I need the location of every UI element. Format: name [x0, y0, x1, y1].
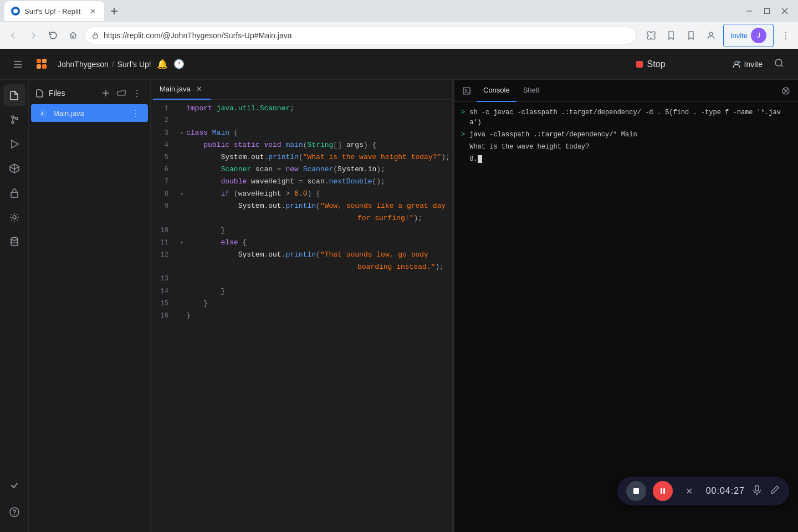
editor-tab-main-java[interactable]: Main.java ✕ — [153, 80, 211, 100]
console-text-1: sh -c javac -classpath .:target/dependen… — [469, 108, 791, 127]
invite-button[interactable]: Invite — [732, 60, 763, 69]
home-button[interactable] — [64, 27, 82, 44]
console-tabs-bar: Console Shell — [454, 80, 798, 102]
sidebar-item-database[interactable] — [3, 231, 25, 253]
code-line-1: 1 import java.util.Scanner; — [151, 104, 452, 116]
url-text: https://replit.com/@JohnThygeson/Surfs-U… — [104, 31, 630, 40]
more-file-options-button[interactable]: ⋮ — [130, 86, 144, 100]
svg-rect-24 — [661, 488, 662, 494]
svg-rect-26 — [755, 485, 759, 491]
editor-tab-close[interactable]: ✕ — [195, 85, 204, 94]
search-button[interactable] — [769, 53, 789, 75]
code-line-7: 7 double waveHeight = scan.nextDouble(); — [151, 177, 452, 190]
console-tab-label: Console — [483, 86, 510, 94]
code-line-2: 2 — [151, 116, 452, 129]
file-item-name: Main.java — [53, 109, 84, 117]
console-input-line[interactable]: > 8. — [461, 153, 791, 165]
invite-icon — [732, 60, 741, 69]
console-clear-button[interactable] — [778, 83, 794, 99]
code-line-16: 16 } — [151, 311, 452, 324]
svg-rect-2 — [765, 9, 770, 14]
sidebar-item-deploy[interactable] — [3, 474, 25, 497]
code-line-11: 11 ▾ else { — [151, 238, 452, 250]
console-line-2: > java -classpath .:target/dependency/* … — [461, 129, 791, 141]
sidebar-item-help[interactable] — [3, 501, 25, 523]
svg-point-12 — [12, 121, 14, 124]
notification-bell-icon[interactable]: 🔔 — [157, 59, 168, 69]
svg-rect-7 — [42, 59, 47, 63]
console-tab-icon[interactable] — [459, 83, 474, 99]
console-tab-shell[interactable]: Shell — [516, 80, 546, 102]
record-pause-button[interactable] — [653, 481, 673, 501]
sidebar-item-secrets[interactable] — [3, 182, 25, 204]
code-line-3: 3 ▾ class Main { — [151, 129, 452, 141]
bookmark-icon[interactable] — [663, 28, 679, 43]
svg-point-4 — [709, 32, 713, 35]
console-tab-console[interactable]: Console — [477, 80, 516, 102]
svg-point-0 — [13, 9, 18, 13]
record-close-button[interactable]: ✕ — [679, 481, 699, 501]
replit-header: JohnThygeson / Surf's Up! 🔔 🕐 Stop Invit… — [0, 49, 798, 80]
record-stop-button[interactable] — [626, 481, 646, 501]
record-edit-icon[interactable] — [769, 484, 780, 498]
svg-rect-6 — [37, 64, 41, 69]
svg-point-19 — [14, 514, 15, 515]
svg-rect-25 — [663, 488, 665, 494]
lock-icon — [91, 32, 99, 39]
back-button[interactable] — [4, 27, 22, 44]
java-file-icon: J — [38, 108, 49, 119]
stop-button[interactable]: Stop — [627, 55, 674, 74]
new-folder-button[interactable] — [115, 86, 128, 100]
forward-button[interactable] — [24, 27, 42, 44]
sidebar-item-packages[interactable] — [3, 157, 25, 180]
sidebar-item-settings[interactable] — [3, 206, 25, 228]
console-prompt-2: > — [461, 130, 465, 140]
record-mic-icon[interactable] — [751, 484, 763, 498]
maximize-button[interactable] — [758, 2, 776, 20]
bookmarks-icon[interactable] — [683, 28, 699, 43]
console-prompt-1: > — [461, 108, 465, 117]
hamburger-button[interactable] — [9, 55, 27, 73]
sidebar-item-git[interactable] — [3, 109, 25, 131]
browser-chrome: Surf's Up! - Replit ✕ — [0, 0, 798, 49]
svg-rect-5 — [37, 59, 41, 63]
breadcrumb-user[interactable]: JohnThygeson — [58, 60, 109, 69]
sidebar-item-files[interactable] — [3, 84, 25, 106]
editor-tabs-bar: Main.java ✕ — [151, 80, 452, 100]
svg-rect-8 — [42, 64, 47, 69]
editor-tab-label: Main.java — [160, 85, 191, 93]
more-options-icon[interactable]: ⋮ — [778, 28, 794, 43]
file-item-main-java[interactable]: J Main.java ⋮ — [31, 104, 148, 122]
code-line-4: 4 public static void main(String[] args)… — [151, 141, 452, 153]
console-line-3: > What is the wave height today? — [461, 141, 791, 153]
sidebar-item-run[interactable] — [3, 133, 25, 155]
files-icon — [35, 89, 44, 98]
svg-point-10 — [775, 59, 782, 66]
code-line-9: 9 System.out.println("Wow, sounds like a… — [151, 202, 452, 214]
file-menu-icon[interactable]: ⋮ — [130, 108, 141, 119]
console-content[interactable]: > sh -c javac -classpath .:target/depend… — [454, 102, 798, 532]
reload-button[interactable] — [44, 27, 62, 44]
editor-main: Main.java ✕ 1 import java.util.Scanner; … — [151, 80, 798, 532]
address-bar[interactable]: https://replit.com/@JohnThygeson/Surfs-U… — [84, 27, 637, 44]
browser-actions: Invite J ⋮ — [643, 24, 794, 47]
extensions-icon[interactable] — [643, 28, 659, 43]
sign-in-button[interactable]: Invite J — [723, 24, 774, 47]
file-panel-title: Files — [49, 89, 95, 98]
code-editor[interactable]: 1 import java.util.Scanner; 2 3 ▾ c — [151, 100, 452, 532]
svg-text:J: J — [41, 111, 43, 115]
shell-tab-label: Shell — [523, 86, 539, 94]
history-icon[interactable]: 🕐 — [173, 59, 185, 69]
new-tab-button[interactable] — [106, 3, 122, 19]
replit-logo[interactable] — [33, 55, 51, 73]
minimize-button[interactable] — [740, 2, 758, 20]
breadcrumb-project[interactable]: Surf's Up! — [117, 60, 151, 69]
tab-close-button[interactable]: ✕ — [88, 6, 98, 16]
new-file-button[interactable] — [99, 86, 112, 100]
browser-controls: https://replit.com/@JohnThygeson/Surfs-U… — [0, 22, 798, 49]
record-timer: 00:04:27 — [706, 486, 745, 496]
profile-icon[interactable] — [703, 28, 719, 43]
active-tab[interactable]: Surf's Up! - Replit ✕ — [4, 1, 104, 21]
close-window-button[interactable] — [776, 2, 794, 20]
invite-label: Invite — [744, 60, 763, 69]
